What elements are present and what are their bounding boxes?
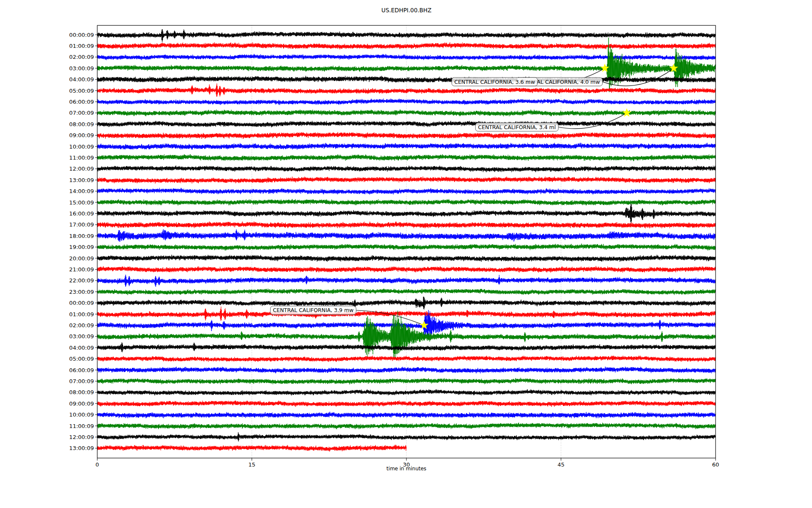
event-leader-line (558, 113, 627, 129)
trace-row-0 (97, 29, 716, 42)
trace-row-31 (97, 378, 716, 385)
event-label-text: CENTRAL CALIFORNIA, 3.6 mw (454, 79, 535, 85)
trace-row-4 (97, 76, 716, 83)
y-tick-label: 09:00:09 (69, 400, 94, 407)
y-tick-label: 18:00:09 (69, 233, 94, 239)
y-tick-label: 13:00:09 (69, 177, 94, 183)
y-tick-label: 01:00:09 (69, 311, 94, 318)
trace-row-19 (97, 244, 716, 251)
y-tick-label: 05:00:09 (69, 356, 94, 362)
trace-row-23 (97, 289, 716, 295)
event-label: CENTRAL CALIFORNIA, 3.4 ml (475, 123, 558, 131)
event-label-text: CENTRAL CALIFORNIA, 3.9 mw (273, 307, 354, 313)
y-tick-label: 19:00:09 (69, 244, 94, 250)
x-axis-label: time in minutes (97, 466, 716, 472)
y-tick-label: 00:00:09 (69, 300, 94, 306)
y-tick-label: 22:00:09 (69, 277, 94, 284)
trace-row-6 (97, 99, 716, 105)
y-tick-label: 04:00:09 (69, 76, 94, 83)
y-tick-label: 12:00:09 (69, 434, 94, 440)
event-label: CENTRAL CALIFORNIA, 3.9 mw (270, 306, 356, 315)
event-label: CENTRAL CALIFORNIA, 3.6 mw (452, 77, 538, 86)
trace-row-8 (97, 121, 716, 127)
y-tick-label: 16:00:09 (69, 210, 94, 217)
y-tick-label: 11:00:09 (69, 423, 94, 429)
trace-row-5 (97, 83, 716, 97)
y-tick-label: 12:00:09 (69, 166, 94, 172)
y-tick-label: 15:00:09 (69, 199, 94, 206)
y-tick-label: 10:00:09 (69, 144, 94, 150)
y-tick-label: 03:00:09 (69, 333, 94, 340)
y-tick-label: 08:00:09 (69, 389, 94, 395)
y-tick-label: 03:00:09 (69, 65, 94, 72)
y-tick-label: 06:00:09 (69, 99, 94, 105)
trace-row-21 (97, 266, 716, 273)
y-tick-label: 09:00:09 (69, 132, 94, 138)
y-tick-label: 23:00:09 (69, 289, 94, 295)
y-tick-label: 04:00:09 (69, 345, 94, 351)
y-tick-label: 07:00:09 (69, 378, 94, 384)
trace-row-11 (97, 154, 716, 161)
trace-row-22 (97, 275, 716, 287)
y-tick-label: 02:00:09 (69, 54, 94, 60)
event-star-icon (623, 108, 631, 117)
trace-row-14 (97, 188, 716, 195)
trace-row-10 (97, 143, 716, 150)
trace-row-34 (97, 412, 716, 418)
y-tick-label: 02:00:09 (69, 322, 94, 329)
y-tick-label: 08:00:09 (69, 121, 94, 127)
y-tick-label: 10:00:09 (69, 411, 94, 418)
y-tick-label: 11:00:09 (69, 155, 94, 161)
trace-row-27 (97, 311, 716, 359)
trace-row-1 (97, 42, 716, 50)
trace-row-18 (97, 229, 716, 242)
y-tick-label: 20:00:09 (69, 255, 94, 262)
y-tick-label: 21:00:09 (69, 266, 94, 273)
trace-row-13 (97, 177, 716, 183)
y-tick-label: 13:00:09 (69, 445, 94, 451)
y-tick-label: 07:00:09 (69, 110, 94, 116)
y-tick-label: 14:00:09 (69, 188, 94, 194)
trace-row-32 (97, 389, 716, 396)
y-tick-label: 01:00:09 (69, 43, 94, 49)
y-tick-label: 17:00:09 (69, 221, 94, 228)
trace-row-24 (97, 297, 716, 309)
y-tick-label: 06:00:09 (69, 367, 94, 373)
seismogram-figure: US.EDHPI.00.BHZ 00:00:0901:00:0902:00:09… (0, 0, 812, 508)
y-tick-label: 05:00:09 (69, 88, 94, 94)
event-label-text: CENTRAL CALIFORNIA, 3.4 ml (478, 124, 556, 130)
y-tick-label: 00:00:09 (69, 32, 94, 38)
helicorder-plot: 00:00:0901:00:0902:00:0903:00:0904:00:09… (0, 0, 812, 508)
trace-row-9 (97, 132, 716, 139)
